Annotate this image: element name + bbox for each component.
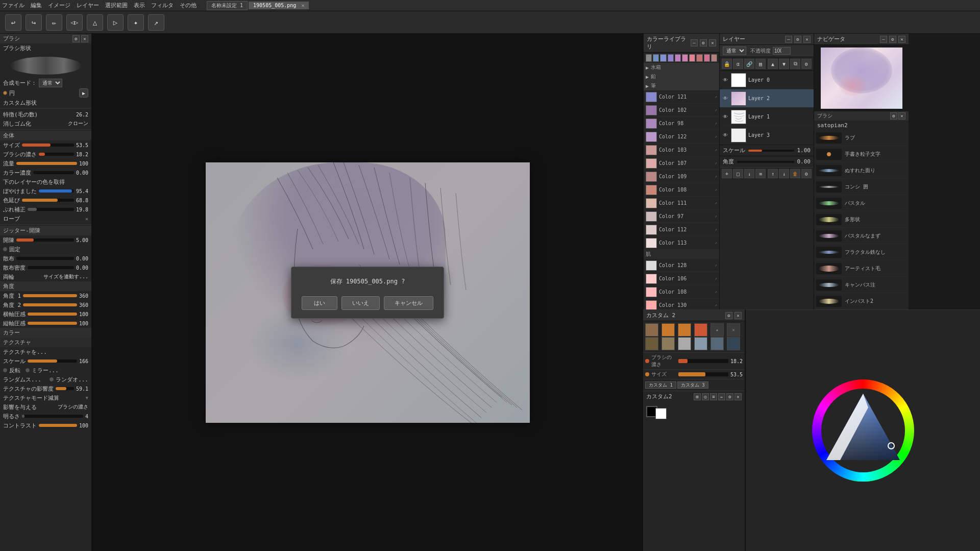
layer-tool-lock[interactable]: 🔒 (722, 59, 732, 69)
swatch-color-130[interactable]: Color 130 ↗ (644, 299, 719, 309)
custom-brush-9[interactable] (678, 337, 691, 350)
fill-tool-button[interactable]: ▷ (107, 14, 124, 31)
menu-bar[interactable]: ファイル 編集 イメージ レイヤー 選択範囲 表示 フィルタ その他 (2, 2, 197, 9)
layer-tool-link[interactable]: 🔗 (744, 59, 754, 69)
custom-brush-5[interactable]: ★ (710, 323, 724, 337)
layer-minimize-icon[interactable]: — (785, 36, 792, 43)
scatter-slider[interactable] (16, 257, 74, 260)
custom-density-slider[interactable] (678, 359, 728, 363)
layer-merge-button[interactable]: ↓ (744, 169, 754, 178)
dialog-cancel-button[interactable]: キャンセル (384, 296, 433, 310)
density-row[interactable]: ブラシの濃さ 18.2 (0, 150, 91, 159)
scatter-density-row[interactable]: 散布密度 0.00 (0, 263, 91, 272)
swatch-color-102[interactable]: Color 102 ↗ (644, 104, 719, 117)
custom-brush-4[interactable] (694, 323, 707, 337)
color-wheel-close-icon[interactable]: ✕ (734, 393, 742, 400)
brush-item-canvas[interactable]: キャンバス注 (814, 277, 909, 293)
top-swatch-pink2[interactable] (682, 54, 688, 62)
menu-select[interactable]: 選択範囲 (105, 2, 128, 9)
brush-item-rab[interactable]: ラブ (814, 130, 909, 146)
blur-row[interactable]: ぼやけました 95.4 (0, 186, 91, 196)
tab-untitled[interactable]: 名称未設定 1 (207, 1, 248, 10)
blur-correction-row[interactable]: ぶれ補正 19.8 (0, 205, 91, 214)
layer-tool-mask[interactable]: ▤ (755, 59, 766, 69)
layer-close-icon[interactable]: ✕ (803, 36, 811, 43)
color-density-slider[interactable] (33, 171, 74, 174)
layer-angle-slider[interactable] (737, 161, 794, 163)
tab-file[interactable]: 190505_005.png ✕ (249, 2, 309, 9)
layer-extra-button[interactable]: ⚙ (801, 169, 812, 178)
color-wheel-circle-icon[interactable]: ◎ (702, 393, 709, 400)
swatch-color-109[interactable]: Color 109 ↗ (644, 170, 719, 183)
scatter-row[interactable]: 散布 0.00 (0, 254, 91, 263)
flow-row[interactable]: 流量 100 (0, 159, 91, 168)
brush-item-pastel2[interactable]: パスタルなまず (814, 228, 909, 244)
layer-mode-select[interactable]: 通常 (723, 46, 746, 55)
color-lib-minimize-icon[interactable]: — (691, 39, 698, 46)
menu-view[interactable]: 表示 (134, 2, 145, 9)
group-pencil[interactable]: ▶ 鉛 (644, 72, 719, 81)
brush-item-konchi[interactable]: コンシ 囲 (814, 179, 909, 195)
top-swatch-gray[interactable] (646, 54, 652, 62)
transform-tool-button[interactable]: △ (87, 14, 103, 31)
brush-item-fractal[interactable]: フラクタル鉄なし (814, 244, 909, 260)
custom-tab-3[interactable]: カスタム 3 (677, 381, 708, 389)
swatch-color-113[interactable]: Color 113 ↗ (644, 236, 719, 250)
brush-item-pastel[interactable]: パスタル (814, 195, 909, 211)
custom-brush-8[interactable] (662, 337, 675, 350)
layer-tool-up[interactable]: ▲ (768, 59, 778, 69)
scale-slider[interactable] (28, 360, 77, 363)
menu-image[interactable]: イメージ (48, 2, 70, 9)
layer-opacity-input[interactable] (773, 47, 791, 55)
layer-item-2[interactable]: 👁 Layer 2 (720, 89, 814, 108)
layer-tool-settings[interactable]: ⚙ (801, 59, 812, 69)
swatch-color-108-2[interactable]: Color 108 ↗ (644, 285, 719, 299)
color-lib-close-icon[interactable]: ✕ (709, 39, 716, 46)
size-row[interactable]: サイズ 53.5 (0, 140, 91, 150)
top-swatch-brown1[interactable] (711, 54, 717, 62)
layer-tool-alpha[interactable]: α (733, 59, 743, 69)
menu-file[interactable]: ファイル (2, 2, 24, 9)
filter-tool-button[interactable]: ✦ (128, 14, 144, 31)
angle1-row[interactable]: 角度 1 360 (0, 291, 91, 300)
custom-settings-icon[interactable]: ⚙ (725, 312, 732, 319)
custom-brush-7[interactable] (645, 337, 658, 350)
brush-tool-button[interactable]: ✏ (46, 14, 62, 31)
density-slider[interactable] (39, 153, 74, 156)
nav-minimize-icon[interactable]: — (880, 36, 887, 43)
swatch-color-111[interactable]: Color 111 ↗ (644, 197, 719, 210)
color-wheel-grid-icon[interactable]: ⊞ (694, 393, 701, 400)
brush-sub-close-icon[interactable]: ✕ (898, 112, 905, 119)
top-swatch-purple1[interactable] (668, 54, 674, 62)
color-wheel-list-icon[interactable]: ≡ (710, 393, 717, 400)
line-tool-button[interactable]: ↗ (148, 14, 164, 31)
layer-move-up-button[interactable]: ↑ (768, 169, 778, 178)
angle2-slider[interactable] (23, 303, 77, 306)
contrast-slider[interactable] (39, 424, 77, 427)
layer-add-button[interactable]: + (722, 169, 732, 178)
swatch-color-121[interactable]: Color 121 ↗ (644, 90, 719, 104)
custom-size-slider[interactable] (678, 372, 728, 376)
play-button[interactable]: ▶ (79, 88, 88, 98)
custom-brush-6[interactable]: ✕ (727, 323, 740, 337)
swatch-color-103[interactable]: Color 103 ↗ (644, 143, 719, 157)
layer-flatten-button[interactable]: ≡ (755, 169, 766, 178)
brightness-slider[interactable] (22, 415, 83, 418)
top-swatch-pink1[interactable] (675, 54, 681, 62)
layer-item-1[interactable]: 👁 Layer 1 (720, 108, 814, 126)
dialog-yes-button[interactable]: はい (302, 296, 337, 310)
brush-settings-icon[interactable]: ⚙ (72, 35, 80, 42)
layer-settings-icon[interactable]: ⚙ (794, 36, 801, 43)
swatch-color-107[interactable]: Color 107 ↗ (644, 157, 719, 170)
layer-tool-copy[interactable]: ⧉ (790, 59, 800, 69)
blur-slider[interactable] (39, 189, 74, 193)
v-pressure-row[interactable]: 縦軸圧感 100 (0, 319, 91, 328)
select-tool-button[interactable]: ◁▷ (66, 14, 83, 31)
nav-close-icon[interactable]: ✕ (898, 36, 905, 43)
jitter-param-row[interactable]: 開陳 5.00 (0, 235, 91, 245)
group-brush[interactable]: ▶ 筆 (644, 81, 719, 90)
brush-close-icon[interactable]: ✕ (81, 35, 88, 42)
top-swatch-red2[interactable] (696, 54, 702, 62)
redo-button[interactable]: ↪ (26, 14, 42, 31)
angle2-row[interactable]: 角度 2 360 (0, 300, 91, 309)
